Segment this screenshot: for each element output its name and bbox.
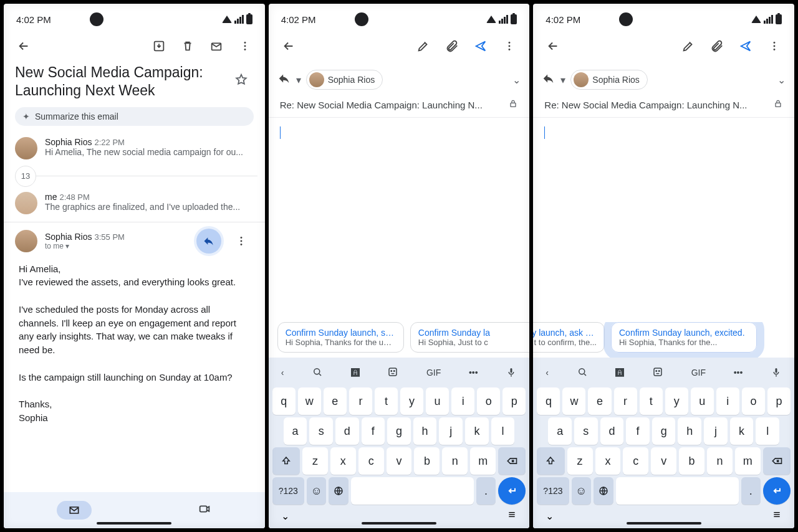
key-t[interactable]: t <box>375 387 398 415</box>
key-y[interactable]: y <box>400 387 423 415</box>
expand-recipients[interactable]: ⌄ <box>777 74 786 86</box>
kbd-gif[interactable]: GIF <box>426 368 441 378</box>
backspace-key[interactable] <box>498 447 526 475</box>
kbd-gif[interactable]: GIF <box>691 368 706 378</box>
key-v[interactable]: v <box>387 447 412 475</box>
numeric-key[interactable]: ?123 <box>272 477 304 505</box>
archive-button[interactable] <box>147 34 171 59</box>
mark-unread-button[interactable] <box>204 34 229 59</box>
back-button[interactable] <box>276 34 301 59</box>
key-e[interactable]: e <box>588 387 611 415</box>
key-n[interactable]: n <box>707 447 733 475</box>
smart-reply-suggestion[interactable]: Confirm Sunday launch, sugge... Hi Sophi… <box>277 322 404 353</box>
chevron-down-icon[interactable]: ▾ <box>296 74 301 86</box>
key-d[interactable]: d <box>335 417 359 445</box>
attach-button[interactable] <box>704 34 729 59</box>
lang-key[interactable] <box>329 477 349 505</box>
home-indicator[interactable] <box>627 522 701 525</box>
collapsed-message[interactable]: me2:48 PM The graphics are finalized, an… <box>11 187 257 219</box>
key-r[interactable]: r <box>349 387 372 415</box>
back-button[interactable] <box>11 34 36 59</box>
kbd-mic-icon[interactable] <box>771 366 782 379</box>
kbd-search-icon[interactable] <box>577 366 588 379</box>
home-indicator[interactable] <box>97 522 171 525</box>
key-o[interactable]: o <box>742 387 765 415</box>
key-p[interactable]: p <box>502 387 526 415</box>
nav-mail[interactable] <box>57 501 92 520</box>
enter-key[interactable] <box>763 477 791 505</box>
compose-body[interactable] <box>533 118 794 322</box>
key-i[interactable]: i <box>716 387 739 415</box>
kbd-menu-icon[interactable] <box>507 510 517 522</box>
key-v[interactable]: v <box>651 447 676 475</box>
key-f[interactable]: f <box>362 417 385 445</box>
attach-button[interactable] <box>440 34 464 59</box>
key-q[interactable]: q <box>537 387 560 415</box>
summarize-chip[interactable]: ✦ Summarize this email <box>15 107 254 126</box>
space-key[interactable] <box>351 477 474 505</box>
expand-recipients[interactable]: ⌄ <box>512 74 521 86</box>
smart-reply-suggestion[interactable]: Confirm Sunday la Hi Sophia, Just to c <box>410 322 530 353</box>
compose-subject[interactable]: Re: New Social Media Campaign: Launching… <box>544 100 768 110</box>
key-g[interactable]: g <box>387 417 411 445</box>
message-overflow-button[interactable] <box>229 229 254 254</box>
key-s[interactable]: s <box>574 417 598 445</box>
star-button[interactable] <box>229 67 254 92</box>
shift-key[interactable] <box>537 447 564 475</box>
numeric-key[interactable]: ?123 <box>537 477 569 505</box>
key-q[interactable]: q <box>272 387 296 415</box>
shift-key[interactable] <box>272 447 300 475</box>
key-z[interactable]: z <box>302 447 328 475</box>
key-s[interactable]: s <box>309 417 333 445</box>
key-c[interactable]: c <box>358 447 384 475</box>
key-e[interactable]: e <box>324 387 347 415</box>
kbd-more[interactable]: ••• <box>469 368 478 378</box>
send-button[interactable] <box>468 34 493 59</box>
key-d[interactable]: d <box>600 417 624 445</box>
key-k[interactable]: k <box>465 417 489 445</box>
smart-compose-button[interactable] <box>676 34 701 59</box>
send-button[interactable] <box>733 34 758 59</box>
back-button[interactable] <box>541 34 565 59</box>
nav-meet[interactable] <box>198 502 211 518</box>
recipient-chip[interactable]: Sophia Rios <box>306 70 383 90</box>
key-a[interactable]: a <box>284 417 307 445</box>
compose-body[interactable] <box>269 118 530 322</box>
key-z[interactable]: z <box>567 447 593 475</box>
emoji-key[interactable]: ☺ <box>307 477 327 505</box>
key-u[interactable]: u <box>691 387 714 415</box>
kbd-sticker-icon[interactable] <box>387 366 398 379</box>
home-indicator[interactable] <box>362 522 436 525</box>
key-k[interactable]: k <box>730 417 754 445</box>
chevron-down-icon[interactable]: ▾ <box>560 74 565 86</box>
key-x[interactable]: x <box>330 447 356 475</box>
kbd-collapse[interactable]: ⌄ <box>281 510 289 522</box>
key-a[interactable]: a <box>548 417 572 445</box>
kbd-back[interactable]: ‹ <box>546 368 549 378</box>
key-r[interactable]: r <box>614 387 637 415</box>
key-b[interactable]: b <box>414 447 440 475</box>
period-key[interactable]: . <box>741 477 761 505</box>
key-l[interactable]: l <box>756 417 779 445</box>
kbd-translate-icon[interactable]: 🅰 <box>351 368 360 378</box>
key-l[interactable]: l <box>491 417 515 445</box>
key-x[interactable]: x <box>595 447 621 475</box>
key-m[interactable]: m <box>470 447 496 475</box>
key-c[interactable]: c <box>623 447 648 475</box>
thread-count-divider[interactable]: 13 <box>11 168 257 183</box>
key-t[interactable]: t <box>640 387 663 415</box>
kbd-more[interactable]: ••• <box>734 368 743 378</box>
key-n[interactable]: n <box>442 447 468 475</box>
smart-reply-suggestion-selected[interactable]: Confirm Sunday launch, excited. Hi Sophi… <box>611 322 757 353</box>
lang-key[interactable] <box>594 477 613 505</box>
chevron-down-icon[interactable]: ▾ <box>65 242 69 250</box>
overflow-button[interactable] <box>762 34 787 59</box>
kbd-back[interactable]: ‹ <box>281 368 284 378</box>
key-p[interactable]: p <box>767 387 791 415</box>
enter-key[interactable] <box>498 477 526 505</box>
recipient-chip[interactable]: Sophia Rios <box>570 70 648 90</box>
kbd-menu-icon[interactable] <box>772 510 782 522</box>
kbd-collapse[interactable]: ⌄ <box>546 510 554 522</box>
overflow-button[interactable] <box>497 34 522 59</box>
key-f[interactable]: f <box>626 417 650 445</box>
